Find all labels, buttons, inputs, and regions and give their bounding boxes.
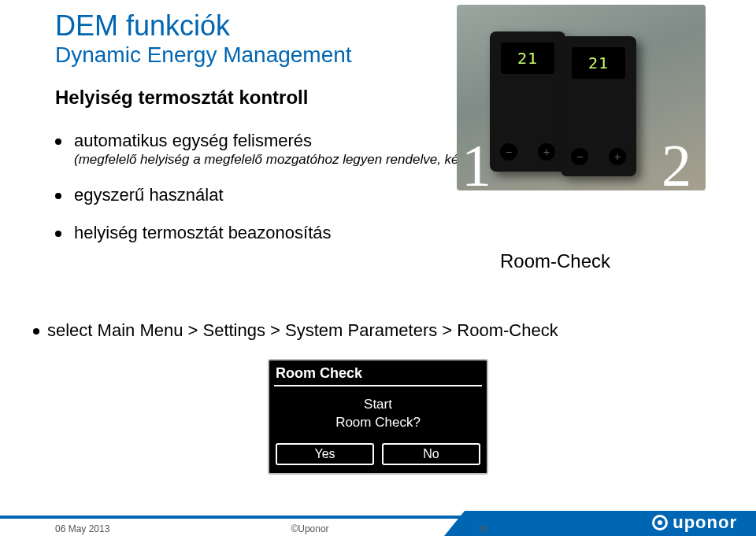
device-2-reading: 21	[572, 47, 625, 79]
device-tag-1: 1	[461, 135, 491, 190]
dialog-title: Room Check	[269, 360, 487, 385]
device-1-reading: 21	[501, 43, 554, 74]
brand-logo-icon	[652, 515, 668, 530]
footer-meta: 06 May 2013 ©Uponor 16	[55, 523, 496, 534]
slide: DEM funkciók Dynamic Energy Management H…	[0, 0, 756, 536]
footer-page-number: 16	[478, 523, 488, 534]
bullet-main: helyiség termosztát beazonosítás	[74, 223, 332, 242]
minus-icon: −	[500, 143, 517, 161]
dialog-buttons: Yes No	[269, 443, 487, 473]
footer: 06 May 2013 ©Uponor 16 uponor	[0, 501, 756, 536]
footer-date: 06 May 2013	[55, 523, 109, 534]
brand-logo-text: uponor	[673, 512, 737, 533]
plus-icon: +	[609, 148, 626, 165]
thermostat-device-1: 21 − +	[490, 31, 565, 172]
room-check-dialog: Room Check Start Room Check? Yes No	[268, 359, 488, 475]
device-tag-2: 2	[662, 135, 691, 190]
device-2-buttons: − +	[561, 148, 636, 165]
footer-stripe	[0, 516, 480, 519]
footer-copyright: ©Uponor	[291, 523, 328, 534]
thermostat-illustration: 21 − + 21 − + 1 2	[457, 5, 706, 190]
device-pair: 21 − + 21 − +	[490, 31, 641, 172]
plus-icon: +	[538, 143, 555, 161]
bullet-main: egyszerű használat	[74, 185, 224, 205]
bullet-main: automatikus egység felismerés	[74, 131, 312, 150]
menu-path: select Main Menu > Settings > System Par…	[47, 320, 558, 341]
device-1-buttons: − +	[490, 143, 565, 161]
bullet-item: helyiség termosztát beazonosítás	[55, 223, 701, 243]
dialog-no-button[interactable]: No	[382, 443, 480, 465]
dialog-body: Start Room Check?	[269, 391, 487, 443]
dialog-separator	[274, 385, 482, 386]
dialog-yes-button[interactable]: Yes	[276, 443, 374, 465]
room-check-label: Room-Check	[500, 250, 610, 272]
dialog-line-2: Room Check?	[276, 414, 480, 432]
brand-logo: uponor	[652, 512, 737, 533]
dialog-line-1: Start	[276, 396, 480, 414]
minus-icon: −	[571, 148, 588, 165]
thermostat-device-2: 21 − +	[561, 36, 636, 176]
